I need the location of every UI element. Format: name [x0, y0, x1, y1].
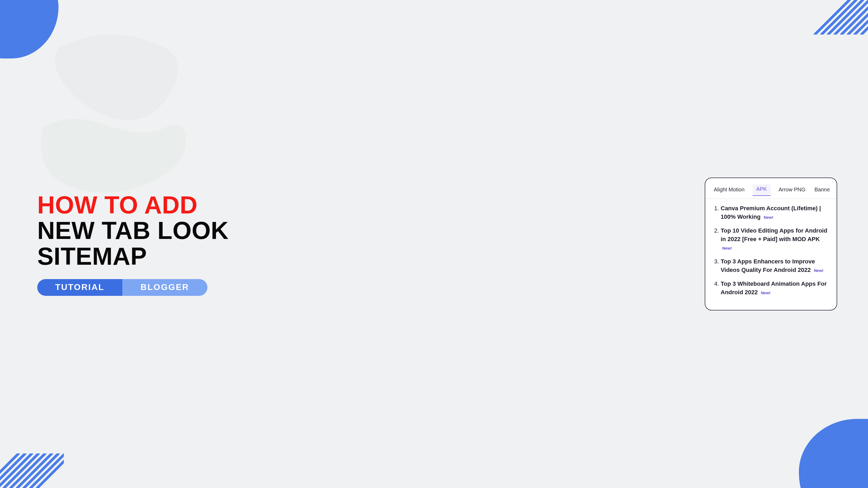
pill-tutorial: TUTORIAL — [37, 279, 122, 296]
new-badge: New! — [761, 291, 771, 295]
tab-arrow-png[interactable]: Arrow PNG — [778, 185, 807, 196]
post-item: Top 3 Whiteboard Animation Apps For Andr… — [721, 280, 829, 297]
post-item: Top 10 Video Editing Apps for Android in… — [721, 226, 829, 252]
headline-block: HOW TO ADD NEW TAB LOOK SITEMAP TUTORIAL… — [37, 192, 229, 296]
pill-bar: TUTORIAL BLOGGER — [37, 279, 208, 296]
new-badge: New! — [722, 246, 732, 250]
post-list: Canva Premium Account (Lifetime) | 100% … — [705, 199, 837, 296]
headline-line-1: HOW TO ADD — [37, 192, 229, 218]
post-title[interactable]: Top 3 Whiteboard Animation Apps For Andr… — [721, 281, 827, 296]
post-title[interactable]: Top 3 Apps Enhancers to Improve Videos Q… — [721, 258, 815, 273]
new-badge: New! — [814, 268, 824, 273]
tab-apk[interactable]: APK — [752, 185, 771, 196]
sitemap-widget: Alight Motion APK Arrow PNG Banne Canva … — [705, 177, 837, 310]
post-title[interactable]: Top 10 Video Editing Apps for Android in… — [721, 227, 827, 242]
tab-list: Alight Motion APK Arrow PNG Banne — [705, 185, 837, 199]
headline-line-2: NEW TAB LOOK — [37, 218, 229, 243]
new-badge: New! — [764, 215, 773, 220]
pill-blogger: BLOGGER — [122, 279, 208, 296]
post-item: Canva Premium Account (Lifetime) | 100% … — [721, 204, 829, 221]
headline-line-3: SITEMAP — [37, 243, 229, 269]
post-item: Top 3 Apps Enhancers to Improve Videos Q… — [721, 257, 829, 274]
tab-alight-motion[interactable]: Alight Motion — [713, 185, 746, 196]
tab-banner[interactable]: Banne — [813, 185, 831, 196]
